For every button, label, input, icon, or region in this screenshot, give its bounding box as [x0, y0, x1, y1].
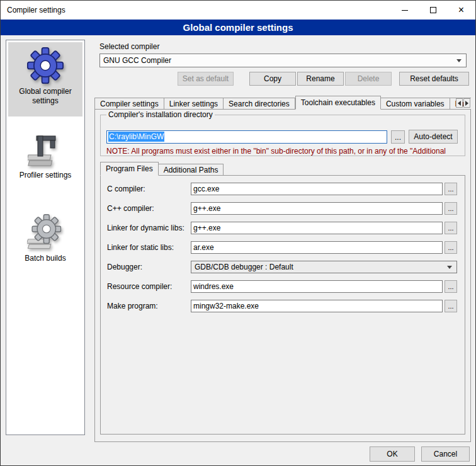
tab-search-directories[interactable]: Search directories: [224, 98, 295, 110]
tab-additional-paths[interactable]: Additional Paths: [159, 164, 224, 176]
titlebar-buttons: ×: [390, 1, 475, 20]
sidebar-item-label: Profiler settings: [8, 171, 82, 180]
dynamic-linker-label: Linker for dynamic libs:: [107, 222, 184, 234]
rename-button[interactable]: Rename: [297, 72, 344, 86]
browse-c-compiler-button[interactable]: ...: [445, 183, 457, 195]
ok-button[interactable]: OK: [370, 446, 415, 462]
cpp-compiler-input[interactable]: [191, 202, 443, 215]
static-linker-label: Linker for static libs:: [107, 241, 174, 254]
compiler-select-value: GNU GCC Compiler: [103, 56, 171, 65]
set-as-default-button: Set as default: [178, 72, 234, 86]
close-button[interactable]: ×: [447, 1, 475, 20]
resource-compiler-input[interactable]: [191, 280, 443, 293]
sidebar-item-global-compiler-settings[interactable]: Global compiler settings: [8, 42, 82, 116]
make-program-input[interactable]: [191, 300, 443, 312]
debugger-select-value: GDB/CDB debugger : Default: [195, 263, 293, 271]
selected-compiler-label: Selected compiler: [99, 42, 159, 51]
sidebar-item-label: Global compiler settings: [8, 87, 82, 106]
sidebar-item-profiler-settings[interactable]: Profiler settings: [8, 127, 82, 184]
browse-cpp-compiler-button[interactable]: ...: [445, 202, 457, 215]
tab-scroll-right-button[interactable]: [463, 98, 470, 108]
tab-linker-settings[interactable]: Linker settings: [164, 98, 224, 110]
chevron-down-icon: [456, 59, 462, 62]
copy-button[interactable]: Copy: [249, 72, 296, 86]
cpp-compiler-label: C++ compiler:: [107, 202, 154, 215]
dynamic-linker-input[interactable]: [191, 222, 443, 234]
auto-detect-button[interactable]: Auto-detect: [409, 130, 458, 144]
right-arrow-icon: [465, 101, 468, 106]
minimize-icon: [402, 10, 408, 11]
bin-subdirectory-note: NOTE: All programs must exist either in …: [106, 147, 463, 156]
program-files-tab-strip: Program Files Additional Paths: [100, 162, 224, 176]
tab-compiler-settings[interactable]: Compiler settings: [94, 98, 164, 110]
c-compiler-label: C compiler:: [107, 183, 145, 195]
browse-static-linker-button[interactable]: ...: [445, 241, 457, 254]
window-title: Compiler settings: [1, 6, 65, 14]
sidebar-item-label: Batch builds: [8, 254, 82, 263]
browse-dynamic-linker-button[interactable]: ...: [445, 222, 457, 234]
maximize-button[interactable]: [419, 1, 447, 20]
installation-directory-groupbox: Compiler's installation directory C:\ray…: [100, 115, 465, 156]
chevron-down-icon: [447, 266, 452, 269]
c-compiler-input[interactable]: [191, 183, 443, 195]
close-icon: ×: [458, 5, 464, 15]
tab-toolchain-executables[interactable]: Toolchain executables: [295, 96, 381, 110]
installation-directory-legend: Compiler's installation directory: [106, 110, 215, 119]
gray-gear-stack-icon: [27, 214, 64, 251]
maximize-icon: [430, 7, 436, 13]
tab-scroll-left-button[interactable]: [456, 98, 463, 108]
delete-button: Delete: [345, 72, 392, 86]
program-files-panel: C compiler: ... C++ compiler: ... Linker…: [100, 175, 465, 435]
settings-category-sidebar: Global compiler settings Profiler settin…: [6, 40, 85, 435]
install-dir-input[interactable]: C:\raylib\MinGW: [106, 130, 387, 144]
titlebar: Compiler settings ×: [1, 1, 475, 20]
debugger-label: Debugger:: [107, 261, 142, 273]
toolchain-executables-panel: Compiler's installation directory C:\ray…: [94, 109, 471, 442]
settings-tab-strip: Compiler settings Linker settings Search…: [94, 96, 471, 110]
browse-install-dir-button[interactable]: ...: [391, 130, 405, 144]
cancel-button[interactable]: Cancel: [421, 446, 470, 462]
left-arrow-icon: [458, 101, 461, 106]
profiler-tool-icon: [28, 132, 63, 168]
browse-make-program-button[interactable]: ...: [445, 300, 457, 312]
tab-scroll-buttons: [456, 98, 470, 108]
reset-defaults-button[interactable]: Reset defaults: [399, 72, 469, 86]
debugger-select[interactable]: GDB/CDB debugger : Default: [191, 261, 457, 273]
tab-custom-variables[interactable]: Custom variables: [381, 98, 450, 110]
install-dir-selected-text: C:\raylib\MinGW: [108, 132, 164, 142]
dialog-header-title: Global compiler settings: [1, 20, 475, 35]
resource-compiler-label: Resource compiler:: [107, 280, 172, 293]
compiler-settings-dialog: Compiler settings × Global compiler sett…: [0, 0, 476, 466]
make-program-label: Make program:: [107, 300, 158, 312]
blue-gear-icon: [27, 47, 64, 84]
browse-resource-compiler-button[interactable]: ...: [445, 280, 457, 293]
static-linker-input[interactable]: [191, 241, 443, 254]
compiler-select[interactable]: GNU GCC Compiler: [99, 54, 467, 67]
minimize-button[interactable]: [390, 1, 419, 20]
sidebar-item-batch-builds[interactable]: Batch builds: [8, 209, 82, 266]
tab-program-files[interactable]: Program Files: [100, 162, 159, 176]
